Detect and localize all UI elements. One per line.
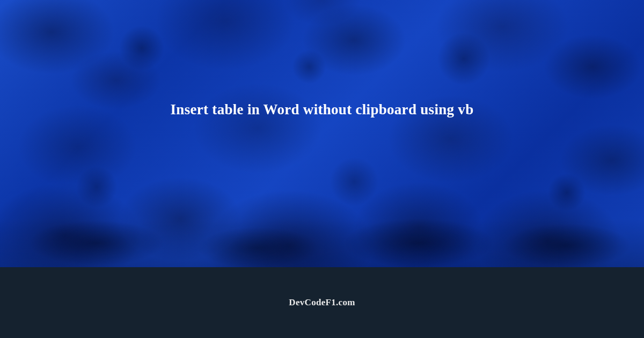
site-name: DevCodeF1.com (289, 297, 355, 308)
hero-section: Insert table in Word without clipboard u… (0, 0, 644, 267)
footer-section: DevCodeF1.com (0, 267, 644, 338)
page-title: Insert table in Word without clipboard u… (149, 101, 495, 118)
